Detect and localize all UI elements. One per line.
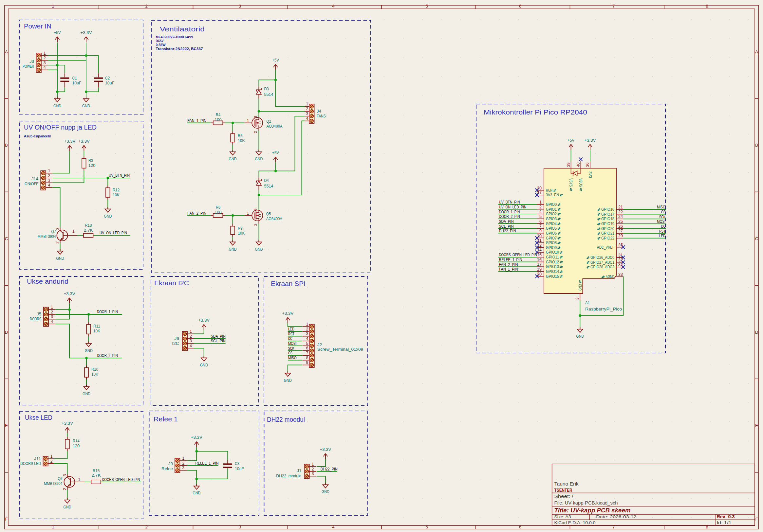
svg-text:SCL_PIN: SCL_PIN xyxy=(211,339,226,343)
svg-text:+5V: +5V xyxy=(272,58,279,62)
svg-text:3: 3 xyxy=(190,339,192,343)
svg-text:LED: LED xyxy=(288,327,294,331)
svg-text:5514: 5514 xyxy=(264,184,273,188)
svg-text:D: D xyxy=(755,330,758,335)
svg-text:2: 2 xyxy=(312,467,314,472)
svg-text:3: 3 xyxy=(51,314,53,319)
svg-text:Date: 2026-03-12: Date: 2026-03-12 xyxy=(596,514,636,519)
svg-text:GPIO8: GPIO8 xyxy=(546,240,557,245)
svg-text:3: 3 xyxy=(55,228,60,230)
svg-text:3: 3 xyxy=(306,112,308,116)
svg-text:C2: C2 xyxy=(105,76,110,80)
svg-text:+3.3V: +3.3V xyxy=(78,139,90,144)
svg-text:+3.3V: +3.3V xyxy=(585,138,596,143)
svg-text:+5V: +5V xyxy=(54,31,61,35)
svg-text:J6: J6 xyxy=(174,336,179,341)
svg-text:1: 1 xyxy=(182,456,184,461)
svg-text:RELEE_1_PIN: RELEE_1_PIN xyxy=(499,257,522,262)
svg-text:GPIO5: GPIO5 xyxy=(546,226,557,231)
svg-text:1: 1 xyxy=(51,454,53,459)
svg-text:GPIO12: GPIO12 xyxy=(546,260,559,264)
svg-text:GPIO13: GPIO13 xyxy=(546,264,559,269)
svg-text:GPIO17: GPIO17 xyxy=(601,212,614,217)
svg-text:25: 25 xyxy=(618,219,623,224)
svg-text:GND: GND xyxy=(229,247,237,252)
svg-text:4: 4 xyxy=(539,210,542,214)
svg-text:C1: C1 xyxy=(72,76,77,80)
svg-text:Ekraan SPI: Ekraan SPI xyxy=(271,280,305,287)
svg-text:DC5V: DC5V xyxy=(156,39,164,43)
svg-text:+3.3V: +3.3V xyxy=(191,435,203,440)
svg-text:+5V: +5V xyxy=(568,138,575,143)
svg-text:J11: J11 xyxy=(34,456,41,461)
svg-text:26: 26 xyxy=(618,224,623,229)
svg-text:5: 5 xyxy=(425,4,428,9)
svg-text:1: 1 xyxy=(51,305,53,310)
svg-text:DC: DC xyxy=(661,224,665,229)
svg-text:DOOR_2_PIN: DOOR_2_PIN xyxy=(97,353,118,358)
svg-text:FAN_2_PIN: FAN_2_PIN xyxy=(499,262,518,267)
svg-text:RST: RST xyxy=(659,229,666,233)
svg-text:GPIO20: GPIO20 xyxy=(601,226,614,231)
svg-text:DOORS_OPEN_LED_PIN: DOORS_OPEN_LED_PIN xyxy=(102,477,140,482)
svg-text:36: 36 xyxy=(585,162,590,167)
svg-text:+3.3V: +3.3V xyxy=(198,318,210,322)
svg-text:DH22_PIN: DH22_PIN xyxy=(321,467,338,472)
svg-text:3: 3 xyxy=(239,4,241,9)
svg-text:SDA_PIN: SDA_PIN xyxy=(499,219,514,224)
svg-text:Ekraan I2C: Ekraan I2C xyxy=(154,279,189,287)
svg-text:+3.3V: +3.3V xyxy=(64,139,76,144)
svg-text:3: 3 xyxy=(254,209,258,211)
svg-text:GPIO2: GPIO2 xyxy=(546,212,557,216)
svg-text:FANS: FANS xyxy=(317,114,326,119)
svg-text:GPIO16: GPIO16 xyxy=(601,207,614,212)
svg-text:GND: GND xyxy=(578,284,583,291)
svg-text:D4: D4 xyxy=(264,178,269,183)
svg-text:DOORS LED: DOORS LED xyxy=(20,461,41,466)
svg-text:22: 22 xyxy=(618,210,623,214)
svg-text:GND: GND xyxy=(56,256,64,261)
svg-text:GPIO18: GPIO18 xyxy=(601,217,614,221)
svg-text:100: 100 xyxy=(215,118,222,122)
svg-text:1: 1 xyxy=(306,322,308,326)
svg-text:GPIO22: GPIO22 xyxy=(601,236,614,240)
svg-text:16: 16 xyxy=(537,257,542,262)
svg-text:GND: GND xyxy=(200,363,208,367)
svg-text:3: 3 xyxy=(182,466,184,470)
svg-text:10K: 10K xyxy=(93,329,101,333)
svg-text:Q7: Q7 xyxy=(52,229,56,234)
svg-text:2: 2 xyxy=(146,4,148,9)
svg-text:2: 2 xyxy=(55,241,60,244)
svg-text:SDA_PIN: SDA_PIN xyxy=(211,334,226,339)
svg-text:+3.3V: +3.3V xyxy=(320,447,331,452)
svg-text:2: 2 xyxy=(48,173,51,178)
svg-text:5: 5 xyxy=(306,341,308,346)
svg-text:GPIO26_ADC0: GPIO26_ADC0 xyxy=(591,255,614,260)
svg-text:VSYS: VSYS xyxy=(569,178,573,187)
svg-text:17: 17 xyxy=(537,262,542,267)
svg-text:+3.3V: +3.3V xyxy=(61,421,73,426)
svg-text:3V3_EN: 3V3_EN xyxy=(546,193,559,197)
svg-text:Ventilaatorid: Ventilaatorid xyxy=(160,26,205,33)
svg-text:B: B xyxy=(5,143,8,147)
svg-text:2: 2 xyxy=(146,524,148,529)
svg-text:21: 21 xyxy=(618,205,623,210)
svg-text:+3.3V: +3.3V xyxy=(80,31,92,35)
svg-text:J1: J1 xyxy=(297,469,301,473)
svg-text:A1: A1 xyxy=(585,301,590,305)
svg-text:J3: J3 xyxy=(30,59,34,64)
svg-text:C: C xyxy=(755,236,758,241)
svg-text:1: 1 xyxy=(44,51,46,55)
svg-text:R4: R4 xyxy=(216,113,220,117)
svg-text:E: E xyxy=(5,423,8,428)
svg-text:2: 2 xyxy=(44,55,46,60)
svg-text:10K: 10K xyxy=(238,231,245,235)
svg-text:3: 3 xyxy=(575,298,580,300)
svg-text:MOSI: MOSI xyxy=(288,341,297,346)
svg-text:MF40200V2-1000U-A99: MF40200V2-1000U-A99 xyxy=(156,35,193,39)
svg-text:GPIO27_ADC1: GPIO27_ADC1 xyxy=(591,260,614,265)
svg-text:MMBT3904: MMBT3904 xyxy=(38,234,56,239)
svg-text:1: 1 xyxy=(539,200,542,205)
svg-text:6: 6 xyxy=(539,219,542,224)
svg-text:GPIO6: GPIO6 xyxy=(546,231,557,235)
